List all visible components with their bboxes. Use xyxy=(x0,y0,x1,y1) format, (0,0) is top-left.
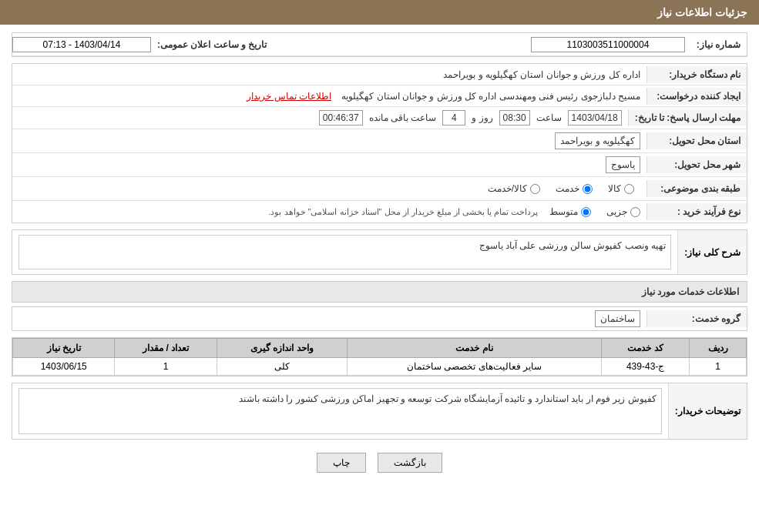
services-table-body: 1 ج-43-439 سایر فعالیت‌های تخصصی ساختمان… xyxy=(13,358,747,376)
service-group-content: ساختمان xyxy=(12,307,646,330)
category-kala-khedmat-label: کالا/خدمت xyxy=(488,183,527,194)
category-kala-radio[interactable] xyxy=(624,184,634,194)
delivery-city-label: شهر محل تحویل: xyxy=(646,156,747,173)
th-date: تاریخ نیاز xyxy=(13,339,115,358)
buyer-remarks-value: کفپوش زیر فوم ار باید استاندارد و تائیده… xyxy=(239,393,657,404)
delivery-city-value: یاسوج xyxy=(606,156,640,173)
purchase-type-label: نوع فرآیند خرید : xyxy=(646,203,747,220)
table-row: 1 ج-43-439 سایر فعالیت‌های تخصصی ساختمان… xyxy=(13,358,747,376)
need-number-value: 1103003511000004 xyxy=(531,37,685,52)
purchase-type-radio-group: جزیی متوسط xyxy=(549,206,640,217)
purchase-type-motavaset: متوسط xyxy=(549,206,591,217)
th-row-num: ردیف xyxy=(690,339,747,358)
category-khedmat-label: خدمت xyxy=(556,183,579,194)
response-deadline-row: مهلت ارسال پاسخ: تا تاریخ: 1403/04/18 سا… xyxy=(12,107,747,129)
back-button[interactable]: بازگشت xyxy=(378,453,442,473)
buyer-org-label: نام دستگاه خریدار: xyxy=(646,66,747,83)
creator-value: مسیح دلبازجوی رئیس فنی ومهندسی اداره کل … xyxy=(341,91,640,102)
print-button[interactable]: چاپ xyxy=(317,453,366,473)
service-group-label: گروه خدمت: xyxy=(646,310,747,327)
response-time: 08:30 xyxy=(499,110,530,125)
response-remaining: 00:46:37 xyxy=(319,110,363,125)
th-service-code: کد خدمت xyxy=(602,339,690,358)
need-description-label: شرح کلی نیاز: xyxy=(677,230,747,274)
button-row: بازگشت چاپ xyxy=(12,443,747,482)
category-kala-label: کالا xyxy=(608,183,621,194)
top-info-section: شماره نیاز: 1103003511000004 تاریخ و ساع… xyxy=(12,32,747,57)
response-date: 1403/04/18 xyxy=(568,110,622,125)
category-kala-khedmat-radio[interactable] xyxy=(530,184,540,194)
purchase-type-motavaset-radio[interactable] xyxy=(581,207,591,217)
delivery-province-label: استان محل تحویل: xyxy=(646,132,747,149)
purchase-type-jozee: جزیی xyxy=(606,206,640,217)
th-unit: واحد اندازه گیری xyxy=(217,339,348,358)
th-quantity: تعداد / مقدار xyxy=(115,339,217,358)
announce-value: 1403/04/14 - 07:13 xyxy=(12,37,151,52)
creator-label: ایجاد کننده درخواست: xyxy=(646,88,747,105)
services-section-title: اطلاعات خدمات مورد نیاز xyxy=(12,281,747,303)
buyer-remarks-box: کفپوش زیر فوم ار باید استاندارد و تائیده… xyxy=(18,388,662,434)
purchase-type-note: پرداخت تمام یا بخشی از مبلغ خریدار از مح… xyxy=(268,207,538,217)
response-deadline-content: 1403/04/18 ساعت 08:30 روز و 4 ساعت باقی … xyxy=(12,107,628,129)
service-group-row: گروه خدمت: ساختمان xyxy=(12,307,747,330)
response-days: 4 xyxy=(442,110,465,125)
buyer-remarks-label: توضیحات خریدار: xyxy=(668,383,747,439)
purchase-type-jozee-radio[interactable] xyxy=(630,207,640,217)
delivery-province-row: استان محل تحویل: کهگیلویه و بویراحمد xyxy=(12,129,747,153)
delivery-province-value: کهگیلویه و بویراحمد xyxy=(555,132,640,149)
response-deadline-label: مهلت ارسال پاسخ: تا تاریخ: xyxy=(628,109,747,126)
services-table: ردیف کد خدمت نام خدمت واحد اندازه گیری ت… xyxy=(12,338,747,376)
need-description-value: تهیه ونصب کفپوش سالن ورزشی علی آباد یاسو… xyxy=(479,240,666,251)
services-table-container: ردیف کد خدمت نام خدمت واحد اندازه گیری ت… xyxy=(12,337,747,376)
creator-row-content: مسیح دلبازجوی رئیس فنی ومهندسی اداره کل … xyxy=(12,88,646,105)
cell-quantity: 1 xyxy=(115,358,217,376)
buyer-org-row: نام دستگاه خریدار: اداره کل ورزش و جوانا… xyxy=(12,64,747,85)
need-description-content: تهیه ونصب کفپوش سالن ورزشی علی آباد یاسو… xyxy=(12,230,677,274)
need-description-section: شرح کلی نیاز: تهیه ونصب کفپوش سالن ورزشی… xyxy=(12,229,747,275)
main-content: شماره نیاز: 1103003511000004 تاریخ و ساع… xyxy=(0,25,759,490)
date-time-row: 1403/04/18 ساعت 08:30 روز و 4 ساعت باقی … xyxy=(18,110,622,125)
creator-row: ایجاد کننده درخواست: مسیح دلبازجوی رئیس … xyxy=(12,85,747,107)
cell-date: 1403/06/15 xyxy=(13,358,115,376)
delivery-city-row: شهر محل تحویل: یاسوج xyxy=(12,153,747,177)
cell-unit: کلی xyxy=(217,358,348,376)
purchase-type-jozee-label: جزیی xyxy=(606,206,627,217)
cell-row-num: 1 xyxy=(690,358,747,376)
need-description-box: تهیه ونصب کفپوش سالن ورزشی علی آباد یاسو… xyxy=(18,235,671,269)
purchase-type-content: جزیی متوسط پرداخت تمام یا بخشی از مبلغ خ… xyxy=(12,203,646,220)
purchase-type-motavaset-label: متوسط xyxy=(549,206,578,217)
buyer-org-value: اداره کل ورزش و جوانان استان کهگیلویه و … xyxy=(12,66,646,83)
cell-service-code: ج-43-439 xyxy=(602,358,690,376)
service-group-section: گروه خدمت: ساختمان xyxy=(12,306,747,331)
th-service-name: نام خدمت xyxy=(348,339,602,358)
category-content: کالا خدمت کالا/خدمت xyxy=(12,177,646,200)
page-wrapper: جزئیات اطلاعات نیاز شماره نیاز: 11030035… xyxy=(0,0,759,532)
info-section-main: نام دستگاه خریدار: اداره کل ورزش و جوانا… xyxy=(12,63,747,223)
purchase-type-row: نوع فرآیند خرید : جزیی متوسط xyxy=(12,201,747,223)
response-remaining-label: ساعت باقی مانده xyxy=(369,112,437,123)
delivery-city-content: یاسوج xyxy=(12,153,646,176)
category-khedmat-radio[interactable] xyxy=(583,184,593,194)
announce-label: تاریخ و ساعت اعلان عمومی: xyxy=(151,36,273,53)
buyer-remarks-section: توضیحات خریدار: کفپوش زیر فوم ار باید اس… xyxy=(12,383,747,440)
response-days-label: روز و xyxy=(472,112,492,123)
category-label: طبقه بندی موضوعی: xyxy=(646,180,747,197)
buyer-remarks-content: کفپوش زیر فوم ار باید استاندارد و تائیده… xyxy=(12,383,668,439)
table-header-row: ردیف کد خدمت نام خدمت واحد اندازه گیری ت… xyxy=(13,339,747,358)
category-kala-khedmat: کالا/خدمت xyxy=(488,183,540,194)
need-number-label: شماره نیاز: xyxy=(685,36,747,53)
cell-service-name: سایر فعالیت‌های تخصصی ساختمان xyxy=(348,358,602,376)
category-row: طبقه بندی موضوعی: کالا خدمت xyxy=(12,177,747,201)
delivery-province-content: کهگیلویه و بویراحمد xyxy=(12,129,646,152)
need-number-row: شماره نیاز: 1103003511000004 تاریخ و ساع… xyxy=(12,33,747,56)
response-time-label: ساعت xyxy=(536,112,562,123)
page-title: جزئیات اطلاعات نیاز xyxy=(657,6,747,18)
contact-link[interactable]: اطلاعات تماس خریدار xyxy=(247,91,331,102)
purchase-type-inner: جزیی متوسط پرداخت تمام یا بخشی از مبلغ خ… xyxy=(18,206,640,217)
service-group-value: ساختمان xyxy=(595,310,640,327)
category-kala: کالا xyxy=(608,183,634,194)
page-header: جزئیات اطلاعات نیاز xyxy=(0,0,759,25)
category-radio-group: کالا خدمت کالا/خدمت xyxy=(18,180,640,197)
category-khedmat: خدمت xyxy=(556,183,593,194)
